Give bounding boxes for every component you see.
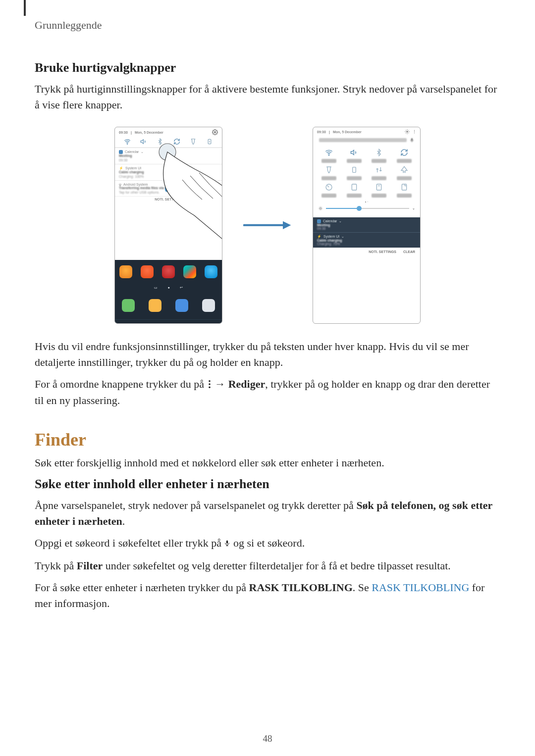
notif3-title: Transferring media files via USB [119,186,218,190]
power-saving-icon [350,171,358,174]
more-icon: ⋮ [413,130,416,134]
svg-rect-11 [352,184,356,190]
svg-point-7 [407,131,408,133]
section-heading-finder: Finder [35,429,500,450]
running-header: Grunnleggende [35,19,500,32]
phone-app-icon [122,299,135,312]
section-body-quick-buttons: Trykk på hurtiginnstillingsknapper for å… [35,81,500,113]
rotate-icon [400,153,408,157]
finder-p2: Oppgi et søkeord i søkefeltet eller tryk… [35,535,500,552]
phone-mockup-left: 09:30 | Mon, 5 December Cal [114,127,222,324]
bluetooth-icon [157,138,163,145]
always-on-display-icon [375,188,383,192]
para-reorder-buttons: For å omordne knappene trykker du på → R… [35,376,500,409]
svg-point-17 [209,386,211,388]
app-icon [141,265,154,278]
para-change-settings: Hvis du vil endre funksjonsinnstillinger… [35,339,500,370]
notif3-app: Android System [123,183,148,186]
finder-intro: Søk etter forskjellig innhold med et nøk… [35,455,500,471]
notif3-sub: Tap for other USB options. [119,191,218,194]
performance-mode-icon [325,188,333,192]
wifi-icon [124,138,131,145]
phone-mockup-right: 09:30 | Mon, 5 December ⋮ [313,127,421,324]
blue-light-icon [350,188,358,192]
airplane-mode-icon [400,171,408,174]
mic-icon [224,536,230,552]
recent-apps-icon: ▭ [154,286,158,290]
arrow-right-icon [243,220,292,230]
clear-label: CLEAR [403,250,415,253]
back-icon: ↩ [180,286,183,290]
wifi-icon [325,153,333,157]
flashlight-icon [190,138,197,145]
svg-point-8 [329,154,329,155]
mic-icon [410,137,414,144]
status-date: Mon, 5 December [333,130,362,134]
svg-rect-9 [352,167,356,172]
power-saving-icon [206,138,213,145]
section-heading-quick-buttons: Bruke hurtigvalgknapper [35,60,500,75]
page-number: 48 [0,733,535,744]
status-date: Mon, 5 December [135,131,163,134]
gear-icon [212,129,218,136]
notif2-title: Cable charging [119,170,218,174]
svg-point-1 [127,144,127,144]
noti-settings-label: NOTI. SETTINGS [115,196,222,202]
noti-settings-label: NOTI. SETTINGS [369,250,396,253]
app-icon [119,265,132,278]
flashlight-icon [325,171,333,174]
svg-point-15 [209,380,211,382]
notif1-app: Calendar [323,219,337,223]
mobile-data-icon [375,171,383,174]
notif1-time: 09:30 [119,158,218,162]
app-icon [183,265,196,278]
chevron-down-icon: ⌄ [412,206,415,210]
bluetooth-icon [375,153,383,157]
notif1-title: Meeting [317,223,416,227]
svg-rect-13 [402,184,406,190]
svg-point-0 [214,131,216,133]
brightness-icon [318,206,323,211]
notif1-app: Calendar [125,150,139,153]
messages-app-icon [149,299,161,312]
more-icon [207,377,212,393]
home-icon: ● [167,286,169,290]
sound-icon [350,153,358,157]
notif2-app: System UI [323,235,339,238]
private-mode-icon [400,188,408,192]
finder-p1: Åpne varselspanelet, stryk nedover på va… [35,498,500,529]
brightness-slider [326,208,409,209]
status-time: 09:30 [317,130,326,134]
svg-point-16 [209,383,211,385]
notif1-title: Meeting [119,154,218,157]
sound-icon [140,138,147,145]
finder-p3: Trykk på Filter under søkefeltet og velg… [35,558,500,574]
finder-p4: For å søke etter enheter i nærheten tryk… [35,580,500,611]
app-icon [162,265,175,278]
svg-point-14 [320,207,321,209]
notif2-sub: Charging: 100% [119,175,218,178]
page-indicator: • · [313,200,420,205]
app-icon [205,265,217,278]
svg-rect-12 [377,184,381,190]
notif2-app: System UI [125,166,141,170]
search-placeholder [319,138,407,142]
apps-drawer-icon [202,299,215,312]
figure-quick-settings: 09:30 | Mon, 5 December Cal [35,127,500,324]
gear-icon [405,129,410,135]
rask-tilkobling-link[interactable]: RASK TILKOBLING [372,581,469,594]
notif1-time: 09:30 [317,227,416,230]
sub-heading-search-nearby: Søke etter innhold eller enheter i nærhe… [35,477,500,492]
browser-app-icon [175,299,188,312]
status-time: 09:30 [119,131,128,134]
notif2-title: Cable charging [317,239,416,242]
notif2-sub: Charging: 70% [317,242,416,246]
rotate-icon [173,138,180,145]
